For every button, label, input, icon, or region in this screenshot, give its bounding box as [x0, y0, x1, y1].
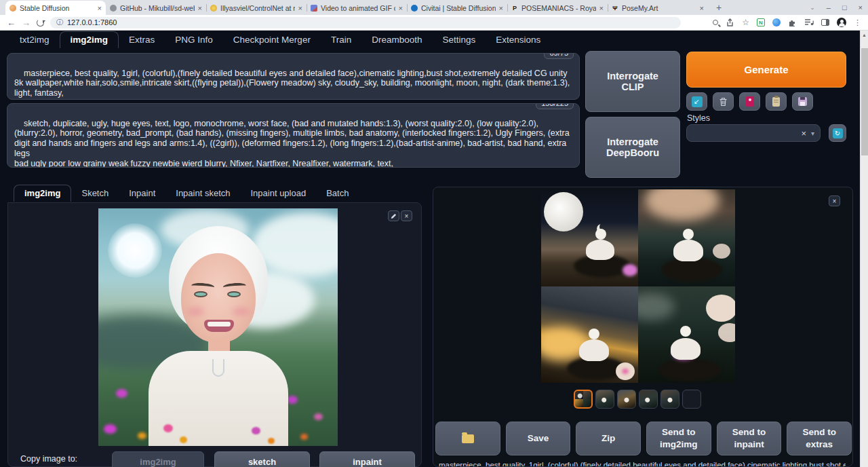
negative-prompt-text: sketch, duplicate, ugly, huge eyes, text… — [14, 119, 572, 168]
browser-tab-gif-converter[interactable]: Video to animated GIF converter × — [307, 1, 407, 15]
maximize-icon[interactable]: □ — [842, 3, 847, 12]
extra-networks-button[interactable] — [739, 92, 760, 111]
profile-avatar[interactable] — [837, 18, 846, 27]
bookmark-star-icon[interactable]: ☆ — [742, 18, 749, 27]
interrogate-deepbooru-button[interactable]: Interrogate DeepBooru — [585, 117, 680, 178]
controlnet-favicon — [210, 5, 217, 12]
tab-close-icon[interactable]: × — [298, 4, 302, 12]
open-folder-button[interactable] — [435, 422, 500, 455]
tab-batch[interactable]: Batch — [316, 185, 359, 202]
send-to-inpaint-button[interactable]: Send to inpaint — [717, 422, 782, 455]
tab-inpaint-upload[interactable]: Inpaint upload — [240, 185, 316, 202]
edit-image-button[interactable] — [388, 210, 399, 221]
refresh-styles-button[interactable]: ↻ — [829, 124, 846, 142]
prompt-tool-row: ↙ — [686, 92, 813, 111]
page-scrollbar[interactable]: ▲ — [860, 31, 868, 467]
tab-inpaint[interactable]: Inpaint — [119, 185, 165, 202]
tab-inpaint-sketch[interactable]: Inpaint sketch — [165, 185, 240, 202]
tab-sketch[interactable]: Sketch — [71, 185, 119, 202]
window-controls: ⌄ – □ × — [810, 0, 863, 15]
img2img-source-image[interactable] — [98, 208, 338, 446]
share-icon[interactable] — [726, 18, 734, 27]
tab-close-icon[interactable]: × — [198, 4, 202, 12]
blue-extension-icon[interactable] — [772, 18, 781, 26]
tab-close-icon[interactable]: × — [499, 4, 503, 12]
thumbnail-5[interactable] — [660, 390, 679, 409]
output-image-grid[interactable] — [541, 189, 735, 383]
output-image-4[interactable] — [638, 286, 735, 384]
output-image-1[interactable] — [541, 189, 638, 286]
browser-tab-controlnet[interactable]: Illyasviel/ControlNet at main × — [206, 1, 307, 15]
minimize-icon[interactable]: – — [827, 3, 831, 12]
tab-png-info[interactable]: PNG Info — [165, 32, 223, 48]
tab-settings[interactable]: Settings — [432, 32, 486, 48]
tab-close-icon[interactable]: × — [700, 4, 704, 12]
interrogate-clip-button[interactable]: Interrogate CLIP — [585, 51, 680, 112]
tab-close-icon[interactable]: × — [599, 4, 604, 12]
apply-styles-button[interactable] — [766, 92, 787, 111]
reading-list-icon[interactable] — [804, 18, 814, 26]
output-image-3[interactable] — [541, 286, 638, 384]
copy-to-inpaint-button[interactable]: inpaint — [319, 451, 415, 467]
browser-menu-icon[interactable]: ⋮ — [854, 18, 861, 27]
url-text: 127.0.0.1:7860 — [67, 18, 117, 26]
copy-to-sketch-button[interactable]: sketch — [214, 451, 310, 467]
notion-extension-icon[interactable]: N — [757, 18, 765, 26]
paste-generation-params-button[interactable]: ↙ — [686, 92, 707, 111]
styles-dropdown[interactable]: × ▾ — [686, 124, 821, 142]
tab-txt2img[interactable]: txt2img — [9, 32, 60, 48]
extensions-puzzle-icon[interactable] — [788, 18, 797, 27]
window-close-icon[interactable]: × — [859, 3, 863, 12]
negative-prompt-input[interactable]: sketch, duplicate, ugly, huge eyes, text… — [7, 103, 580, 168]
reload-icon[interactable] — [37, 19, 44, 26]
zip-button[interactable]: Zip — [576, 422, 641, 455]
decor — [108, 223, 162, 278]
browser-tab-stable-diffusion[interactable]: Stable Diffusion × — [5, 1, 106, 15]
prompt-input[interactable]: masterpiece, best quality, 1girl, (color… — [7, 53, 580, 100]
thumbnail-2[interactable] — [595, 390, 614, 409]
save-style-button[interactable] — [792, 92, 813, 111]
browser-tab-github[interactable]: GitHub - Mikubill/sd-webui-con × — [106, 1, 206, 15]
save-button[interactable]: Save — [506, 422, 571, 455]
tab-search-chevron-icon[interactable]: ⌄ — [810, 4, 815, 11]
generate-button[interactable]: Generate — [686, 52, 846, 88]
thumbnail-3[interactable] — [617, 390, 636, 409]
trash-icon — [719, 97, 728, 107]
thumbnail-1[interactable] — [574, 390, 593, 409]
styles-clear-icon[interactable]: × — [801, 128, 806, 138]
remove-image-button[interactable]: × — [401, 210, 412, 221]
address-bar[interactable]: ⓘ 127.0.0.1:7860 — [50, 17, 681, 29]
scroll-up-arrow[interactable]: ▲ — [862, 33, 867, 37]
browser-tab-strip: Stable Diffusion × GitHub - Mikubill/sd-… — [0, 0, 868, 15]
floppy-disk-icon — [798, 97, 807, 106]
scrollbar-thumb[interactable] — [861, 48, 868, 155]
clear-prompt-button[interactable] — [713, 92, 734, 111]
tab-extras[interactable]: Extras — [119, 32, 165, 48]
tab-train[interactable]: Train — [321, 32, 361, 48]
browser-tab-posemaniacs[interactable]: P POSEMANIACS - Royalty free 3 × — [507, 1, 608, 15]
gallery-close-button[interactable]: × — [829, 195, 840, 206]
site-info-icon[interactable]: ⓘ — [56, 18, 63, 27]
tab-extensions[interactable]: Extensions — [486, 32, 551, 48]
tab-dreambooth[interactable]: Dreambooth — [361, 32, 432, 48]
back-icon[interactable]: ← — [7, 18, 16, 27]
tab-img2img[interactable]: img2img — [60, 31, 119, 48]
browser-tab-civitai[interactable]: Civitai | Stable Diffusion model × — [407, 1, 507, 15]
tab-checkpoint-merger[interactable]: Checkpoint Merger — [223, 32, 321, 48]
thumbnail-4[interactable] — [639, 390, 658, 409]
send-to-img2img-button[interactable]: Send to img2img — [646, 422, 711, 455]
tab-title: POSEMANIACS - Royalty free 3 — [521, 4, 596, 12]
zoom-icon[interactable] — [713, 20, 718, 25]
new-tab-button[interactable]: + — [712, 1, 726, 15]
copy-to-img2img-button[interactable]: img2img — [112, 451, 204, 467]
chevron-down-icon[interactable]: ▾ — [811, 130, 814, 137]
side-panel-icon[interactable] — [821, 19, 829, 26]
tab-img2img-mode[interactable]: img2img — [14, 185, 71, 202]
tab-close-icon[interactable]: × — [98, 4, 102, 12]
output-image-2[interactable] — [638, 189, 735, 286]
send-to-extras-button[interactable]: Send to extras — [787, 422, 852, 455]
browser-tab-posemyart[interactable]: Ψ PoseMy.Art × — [608, 1, 708, 15]
tab-close-icon[interactable]: × — [399, 4, 403, 12]
forward-icon[interactable]: → — [22, 18, 31, 27]
thumbnail-6[interactable] — [682, 390, 701, 409]
